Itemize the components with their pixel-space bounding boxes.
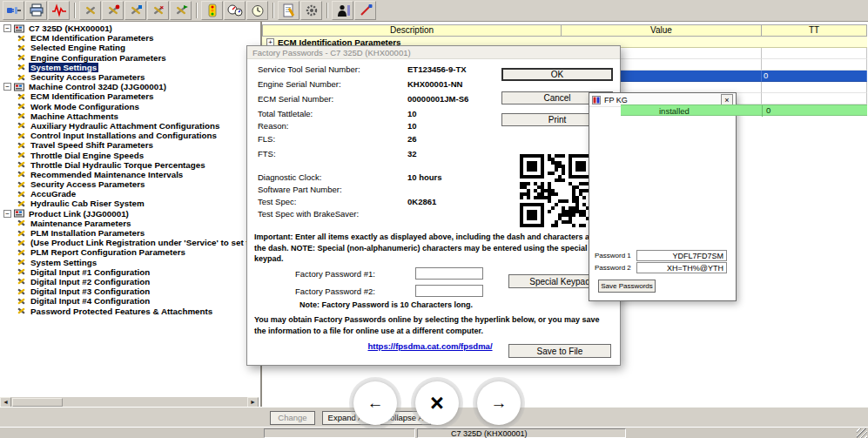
- factory-password-2-input[interactable]: [415, 285, 483, 297]
- parameter-tool-icon: [17, 111, 26, 120]
- tree-expander-icon[interactable]: −: [3, 210, 11, 218]
- toolbar-separator: [326, 3, 328, 18]
- dialog-field: Service Tool Serial Number:ET123456-9-TX: [258, 64, 397, 75]
- parameter-tool-icon: [17, 102, 26, 111]
- gear-icon[interactable]: [300, 1, 322, 20]
- parameter-tool-icon: [17, 73, 26, 82]
- toolbar-separator: [273, 3, 274, 18]
- timer-icon[interactable]: [246, 1, 268, 20]
- tree-node-label: Machine Attachments: [29, 111, 120, 121]
- parameter-tool-icon: [17, 92, 26, 101]
- tree-node-label: Auxiliary Hydraulic Attachment Configura…: [29, 121, 221, 131]
- scroll-right-icon[interactable]: ►: [247, 397, 259, 408]
- field-label: Reason:: [258, 121, 397, 131]
- fp-kg-dialog: FP KG × Password 1 Password 2 Save Passw…: [589, 92, 737, 301]
- parameter-tool-icon: [17, 199, 26, 208]
- column-header-value[interactable]: Value: [562, 24, 762, 37]
- column-header-description[interactable]: Description: [262, 24, 562, 37]
- save-to-file-button[interactable]: Save to File: [508, 344, 611, 358]
- gauges-icon[interactable]: [224, 1, 246, 20]
- tree-node-label: Maintenance Parameters: [29, 219, 132, 228]
- parameter-tool-icon: [17, 229, 26, 238]
- installed-tt-value: 0: [762, 105, 770, 117]
- dialog-field: Software Part Number:: [258, 185, 397, 195]
- parameter-tool-icon: [17, 219, 26, 227]
- parameter-tool-icon: [17, 277, 26, 286]
- field-label: Software Part Number:: [258, 185, 397, 194]
- field-value: ET123456-9-TX: [407, 64, 467, 74]
- password-length-note: Note: Factory Password is 10 Characters …: [299, 300, 473, 309]
- field-value: 0K2861: [407, 197, 436, 206]
- tree-node-label: Digital Input #1 Configuration: [29, 267, 151, 277]
- table-row-installed[interactable]: installed 0: [621, 104, 867, 116]
- password-1-output[interactable]: [636, 250, 727, 261]
- field-value: 10 hours: [407, 172, 442, 182]
- scrollbar-thumb[interactable]: [12, 398, 63, 407]
- tools-wrench-icon[interactable]: [102, 1, 124, 20]
- factory-password-2-label: Factory Password #2:: [295, 286, 415, 296]
- person-icon[interactable]: [332, 1, 353, 20]
- save-passwords-button[interactable]: Save Passwords: [598, 280, 656, 293]
- parameter-tool-icon: [17, 121, 26, 130]
- tree-node-label: Security Access Parameters: [29, 179, 146, 189]
- connect-icon[interactable]: [3, 1, 24, 20]
- overlay-back-button[interactable]: ←: [353, 381, 397, 425]
- field-label: ECM Serial Number:: [258, 94, 397, 104]
- tools-screwdriver-icon[interactable]: [79, 1, 101, 20]
- tree-node-label: Digital Input #4 Configuration: [29, 296, 151, 306]
- field-label: Service Tool Serial Number:: [258, 64, 397, 74]
- cat-et-window: × −C7 325D (KHX00001)ECM Identification …: [0, 0, 868, 438]
- tree-expander-icon[interactable]: −: [3, 24, 11, 32]
- resize-grip[interactable]: [857, 428, 867, 438]
- field-value: 10: [407, 121, 417, 131]
- fpkg-title: FP KG: [604, 96, 628, 104]
- fpsdma-link[interactable]: https://fpsdma.cat.com/fpsdma/: [334, 341, 526, 351]
- factory-password-1-label: Factory Password #1:: [295, 269, 415, 279]
- parameter-tool-icon: [17, 151, 26, 159]
- tree-node-label: Recommended Maintenance Intervals: [29, 170, 185, 179]
- password-2-label: Password 2: [595, 264, 636, 272]
- change-button[interactable]: Change: [270, 411, 315, 425]
- stoplight-icon[interactable]: [201, 1, 223, 20]
- overlay-close-button[interactable]: ×: [415, 381, 459, 425]
- ecg-icon[interactable]: [48, 1, 70, 20]
- probe-icon[interactable]: [354, 1, 376, 20]
- parameter-tool-icon: [17, 44, 26, 52]
- password-1-label: Password 1: [595, 252, 636, 259]
- factory-passwords-dialog: Factory Passwords - C7 325D (KHX00001) S…: [246, 45, 621, 366]
- parameter-tool-icon: [17, 297, 26, 306]
- tree-node-label: Machine Control 324D (JJG00001): [27, 82, 168, 91]
- tree-expander-icon[interactable]: −: [3, 83, 11, 91]
- tree-horizontal-scrollbar[interactable]: ◄ ►: [0, 396, 259, 407]
- ecm-module-icon: [14, 209, 24, 218]
- tree-node-label: Work Mode Configurations: [29, 102, 141, 111]
- dialog-field: Total Tattletale:10: [258, 109, 397, 119]
- svg-text:×: ×: [159, 3, 164, 11]
- password-2-output[interactable]: [636, 262, 727, 273]
- parameter-tree-panel: −C7 325D (KHX00001)ECM Identification Pa…: [0, 22, 262, 407]
- scroll-left-icon[interactable]: ◄: [0, 397, 11, 408]
- dialog-field: Test Spec with BrakeSaver:: [258, 209, 397, 219]
- print-icon[interactable]: [25, 1, 47, 20]
- online-instructions: You may obtain Factory Passwords online …: [254, 314, 611, 336]
- field-value: 00000001JM-S6: [407, 94, 468, 104]
- column-header-tt[interactable]: TT: [762, 24, 867, 37]
- tools-hammer-icon[interactable]: [124, 1, 146, 20]
- tools-red-icon[interactable]: ×: [147, 1, 169, 20]
- tree-node-label: C7 325D (KHX00001): [27, 24, 114, 33]
- tools-green-icon[interactable]: [170, 1, 192, 20]
- notepad-icon[interactable]: [278, 1, 299, 20]
- close-x-icon: ×: [430, 390, 444, 417]
- tree-node-label: AccuGrade: [29, 189, 77, 199]
- tree-node-label: ECM Identification Parameters: [29, 33, 156, 43]
- overlay-forward-button[interactable]: →: [477, 381, 521, 425]
- parameter-tool-icon: [17, 141, 26, 150]
- factory-password-1-input[interactable]: [415, 267, 483, 280]
- ok-button[interactable]: OK: [501, 68, 613, 81]
- toolbar-separator: [74, 3, 76, 18]
- field-label: FTS:: [258, 149, 397, 158]
- tree-node-label: Engine Configuration Parameters: [29, 53, 168, 63]
- toolbar-separator: [196, 3, 198, 18]
- dialog-field: Test Spec:0K2861: [258, 197, 397, 207]
- field-value: 26: [407, 134, 417, 144]
